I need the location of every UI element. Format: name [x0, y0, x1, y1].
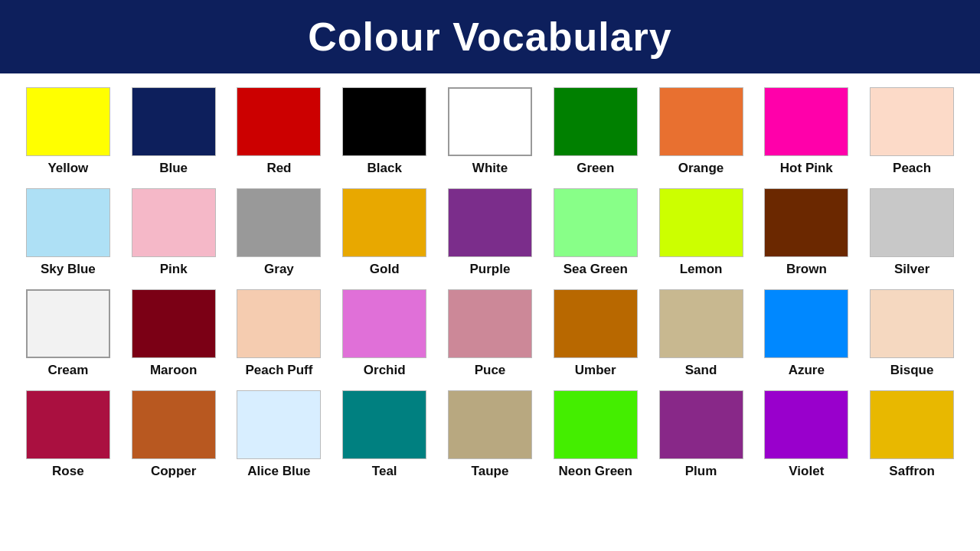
color-item: Lemon [648, 182, 754, 283]
color-label: Taupe [472, 464, 509, 479]
color-label: Sky Blue [41, 262, 96, 277]
color-label: Orange [678, 161, 724, 176]
color-item: Copper [121, 384, 227, 485]
color-label: Cream [47, 363, 88, 378]
color-label: Lemon [680, 262, 723, 277]
color-item: Puce [437, 283, 543, 384]
color-swatch [237, 87, 321, 156]
color-label: Plum [685, 464, 717, 479]
color-swatch [132, 87, 216, 156]
color-item: Yellow [15, 81, 121, 182]
color-label: Gray [264, 262, 294, 277]
color-swatch [132, 390, 216, 459]
color-grid: YellowBlueRedBlackWhiteGreenOrangeHot Pi… [0, 73, 980, 493]
color-label: Alice Blue [247, 464, 310, 479]
color-item: Maroon [121, 283, 227, 384]
color-label: Orchid [364, 363, 406, 378]
color-swatch [659, 289, 743, 358]
color-label: Peach [893, 161, 931, 176]
color-item: Pink [121, 182, 227, 283]
color-swatch [237, 289, 321, 358]
color-item: Bisque [859, 283, 965, 384]
color-item: Blue [121, 81, 227, 182]
color-swatch [870, 289, 954, 358]
color-label: Maroon [150, 363, 197, 378]
color-swatch [342, 188, 426, 257]
color-swatch [764, 390, 848, 459]
color-swatch [26, 188, 110, 257]
color-label: Black [368, 161, 402, 176]
color-label: Pink [160, 262, 188, 277]
color-item: White [437, 81, 543, 182]
color-swatch [554, 289, 638, 358]
color-swatch [870, 87, 954, 156]
color-swatch [764, 289, 848, 358]
color-label: Gold [370, 262, 400, 277]
color-item: Azure [753, 283, 859, 384]
color-item: Peach Puff [227, 283, 332, 384]
color-item: Red [227, 81, 332, 182]
color-item: Taupe [437, 384, 543, 485]
color-item: Sky Blue [15, 182, 121, 283]
color-item: Hot Pink [753, 81, 859, 182]
color-item: Peach [859, 81, 965, 182]
color-label: Violet [789, 464, 824, 479]
color-item: Saffron [859, 384, 965, 485]
color-label: Sand [685, 363, 717, 378]
color-item: Plum [648, 384, 754, 485]
color-label: Rose [52, 464, 84, 479]
color-label: Purple [470, 262, 511, 277]
color-swatch [870, 390, 954, 459]
color-swatch [26, 390, 110, 459]
color-item: Alice Blue [227, 384, 332, 485]
color-swatch [870, 188, 954, 257]
color-item: Teal [332, 384, 437, 485]
color-label: Azure [789, 363, 825, 378]
color-item: Gold [332, 182, 437, 283]
color-label: Bisque [890, 363, 934, 378]
color-swatch [448, 289, 532, 358]
color-item: Brown [753, 182, 859, 283]
color-item: Sea Green [543, 182, 648, 283]
color-label: Teal [372, 464, 397, 479]
color-item: Violet [753, 384, 859, 485]
color-label: Blue [159, 161, 188, 176]
color-swatch [237, 188, 321, 257]
color-label: Umber [575, 363, 616, 378]
color-swatch [26, 289, 110, 358]
color-swatch [237, 390, 321, 459]
color-swatch [764, 87, 848, 156]
color-label: Brown [786, 262, 827, 277]
color-item: Gray [227, 182, 332, 283]
color-label: Neon Green [559, 464, 632, 479]
color-item: Umber [543, 283, 648, 384]
page-title: Colour Vocabulary [0, 14, 980, 60]
color-item: Neon Green [543, 384, 648, 485]
color-label: Peach Puff [246, 363, 313, 378]
color-item: Sand [648, 283, 754, 384]
color-label: Hot Pink [780, 161, 833, 176]
color-item: Purple [437, 182, 543, 283]
color-item: Cream [15, 283, 121, 384]
color-label: White [472, 161, 508, 176]
color-label: Saffron [889, 464, 935, 479]
color-swatch [448, 188, 532, 257]
color-swatch [448, 390, 532, 459]
color-item: Orange [648, 81, 754, 182]
color-swatch [342, 390, 426, 459]
color-swatch [659, 188, 743, 257]
color-swatch [132, 289, 216, 358]
color-label: Red [266, 161, 291, 176]
color-label: Puce [475, 363, 506, 378]
color-label: Copper [151, 464, 197, 479]
color-swatch [342, 289, 426, 358]
color-swatch [342, 87, 426, 156]
color-swatch [659, 87, 743, 156]
color-swatch [448, 87, 532, 156]
color-item: Orchid [332, 283, 437, 384]
color-label: Sea Green [564, 262, 628, 277]
color-swatch [764, 188, 848, 257]
color-item: Black [332, 81, 437, 182]
color-item: Silver [859, 182, 965, 283]
color-item: Green [543, 81, 648, 182]
